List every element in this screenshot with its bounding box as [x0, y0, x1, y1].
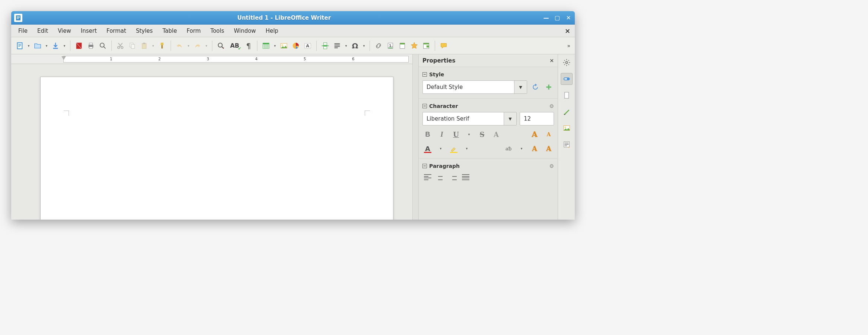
superscript-set-button[interactable]: A	[529, 143, 540, 154]
maximize-button[interactable]: ▢	[554, 15, 561, 21]
insert-image-button[interactable]	[278, 40, 289, 51]
panel-close-button[interactable]: ✕	[549, 58, 554, 64]
paragraph-style-input[interactable]	[423, 84, 514, 90]
open-dropdown[interactable]: ▾	[44, 40, 49, 51]
rail-page-button[interactable]	[561, 89, 573, 101]
paragraph-style-dropdown[interactable]: ▼	[514, 81, 527, 93]
insert-header-button[interactable]	[397, 40, 408, 51]
spellcheck-button[interactable]: AB✔	[227, 40, 242, 51]
document-page[interactable]	[40, 77, 393, 220]
character-more-button[interactable]: ⚙	[549, 103, 554, 109]
new-style-button[interactable]	[544, 82, 554, 92]
bold-button[interactable]: B	[422, 129, 433, 140]
insert-field-button[interactable]	[332, 40, 343, 51]
menu-edit[interactable]: Edit	[32, 25, 53, 36]
menu-format[interactable]: Format	[102, 25, 131, 36]
increase-size-button[interactable]: A	[529, 129, 540, 140]
redo-button[interactable]	[192, 40, 203, 51]
strikethrough-button[interactable]: S	[477, 129, 487, 140]
horizontal-ruler[interactable]: 1 2 3 4 5 6	[11, 54, 412, 64]
close-button[interactable]: ✕	[565, 15, 572, 21]
save-dropdown[interactable]: ▾	[62, 40, 67, 51]
font-name-input[interactable]	[423, 115, 504, 122]
underline-button[interactable]: U	[451, 129, 461, 140]
export-pdf-button[interactable]	[73, 40, 85, 51]
subscript-set-button[interactable]: A	[544, 143, 554, 154]
update-style-button[interactable]	[530, 82, 541, 92]
comment-button[interactable]	[438, 40, 449, 51]
toolbar-overflow-button[interactable]: »	[566, 43, 572, 49]
font-color-button[interactable]: A	[422, 143, 433, 154]
collapse-icon[interactable]: −	[422, 164, 427, 168]
align-right-button[interactable]	[448, 172, 458, 182]
navigator-button[interactable]	[421, 40, 432, 51]
menu-table[interactable]: Table	[158, 25, 182, 36]
highlight-dropdown[interactable]: ▾	[463, 144, 471, 153]
menu-help[interactable]: Help	[261, 25, 283, 36]
rail-styles-button[interactable]	[561, 106, 573, 118]
rail-gallery-button[interactable]	[561, 122, 573, 134]
shadow-button[interactable]: A	[491, 129, 501, 140]
save-button[interactable]	[50, 40, 61, 51]
underline-dropdown[interactable]: ▾	[465, 130, 473, 138]
special-character-dropdown[interactable]: ▾	[361, 40, 367, 51]
paste-dropdown[interactable]: ▾	[151, 40, 156, 51]
favorite-button[interactable]	[409, 40, 420, 51]
print-preview-button[interactable]	[97, 40, 108, 51]
menu-tools[interactable]: Tools	[206, 25, 229, 36]
character-spacing-dropdown[interactable]: ▾	[517, 144, 526, 153]
sidebar-settings-button[interactable]	[561, 57, 573, 68]
highlight-button[interactable]	[449, 143, 459, 154]
vertical-scrollbar[interactable]	[412, 54, 418, 220]
paragraph-more-button[interactable]: ⚙	[549, 163, 554, 169]
paste-button[interactable]	[139, 40, 150, 51]
character-spacing-button[interactable]: a␢	[503, 143, 514, 154]
document-viewport[interactable]	[11, 64, 412, 220]
clone-formatting-button[interactable]	[156, 40, 168, 51]
insert-table-button[interactable]	[260, 40, 272, 51]
cut-button[interactable]	[115, 40, 126, 51]
font-name-dropdown[interactable]: ▼	[504, 112, 516, 125]
footnote-button[interactable]: 1.	[385, 40, 396, 51]
undo-dropdown[interactable]: ▾	[186, 40, 191, 51]
insert-textbox-button[interactable]: A	[302, 40, 313, 51]
font-size-input[interactable]	[520, 115, 558, 122]
insert-chart-button[interactable]	[290, 40, 301, 51]
insert-field-dropdown[interactable]: ▾	[343, 40, 349, 51]
page-break-button[interactable]	[320, 40, 331, 51]
redo-dropdown[interactable]: ▾	[204, 40, 209, 51]
menu-view[interactable]: View	[53, 25, 76, 36]
font-size-combo[interactable]: ▼	[520, 112, 554, 125]
new-document-dropdown[interactable]: ▾	[26, 40, 31, 51]
find-replace-button[interactable]	[215, 40, 226, 51]
align-left-button[interactable]	[422, 172, 433, 182]
undo-button[interactable]	[174, 40, 185, 51]
align-justify-button[interactable]	[460, 172, 471, 182]
menu-insert[interactable]: Insert	[76, 25, 102, 36]
special-character-button[interactable]: Ω	[349, 40, 361, 51]
rail-properties-button[interactable]	[561, 73, 573, 85]
font-name-combo[interactable]: ▼	[422, 112, 517, 125]
paragraph-style-combo[interactable]: ▼	[422, 80, 527, 94]
minimize-button[interactable]: —	[543, 15, 549, 21]
formatting-marks-button[interactable]: ¶	[243, 40, 254, 51]
menu-window[interactable]: Window	[229, 25, 261, 36]
insert-table-dropdown[interactable]: ▾	[272, 40, 278, 51]
svg-rect-47	[400, 43, 405, 44]
font-color-dropdown[interactable]: ▾	[437, 144, 445, 153]
open-button[interactable]	[32, 40, 43, 51]
align-center-button[interactable]	[435, 172, 446, 182]
decrease-size-button[interactable]: A	[544, 129, 554, 140]
document-close-button[interactable]: ×	[563, 27, 573, 35]
collapse-icon[interactable]: −	[422, 72, 427, 77]
new-document-button[interactable]	[14, 40, 25, 51]
menu-styles[interactable]: Styles	[131, 25, 158, 36]
print-button[interactable]	[85, 40, 96, 51]
collapse-icon[interactable]: −	[422, 104, 427, 108]
menu-file[interactable]: File	[13, 25, 32, 36]
italic-button[interactable]: I	[437, 129, 447, 140]
copy-button[interactable]	[127, 40, 138, 51]
rail-navigator-button[interactable]	[561, 138, 573, 150]
menu-form[interactable]: Form	[182, 25, 206, 36]
hyperlink-button[interactable]	[373, 40, 384, 51]
